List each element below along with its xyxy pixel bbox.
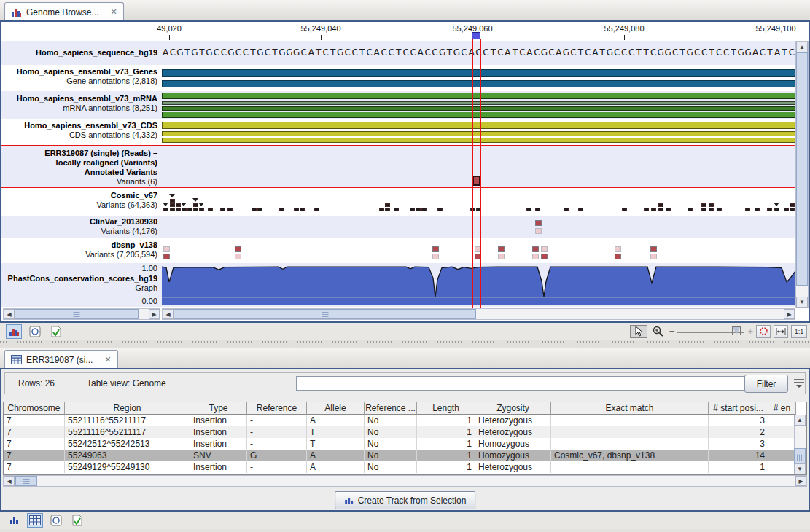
track-subtitle-cds: CDS annotations (4,332) [1, 130, 157, 140]
fit-width-button[interactable] [774, 325, 788, 338]
cosmic-variant-arrow [163, 203, 168, 206]
scrollbar-thumb[interactable] [796, 52, 808, 286]
sequence-base: G [737, 41, 744, 65]
column-header-region[interactable]: Region [65, 402, 190, 415]
table-row[interactable]: 755211116^55211117Insertion-ANo1Heterozy… [4, 415, 796, 426]
cosmic-variant-arrow [192, 198, 198, 202]
track-row-err-variants: ERR319087 (single) (Reads) – locally rea… [1, 145, 809, 188]
close-icon[interactable]: ✕ [110, 7, 117, 17]
scroll-right-icon[interactable]: ▶ [784, 309, 795, 319]
table-cell: No [365, 426, 417, 438]
sequence-base: C [264, 41, 271, 65]
zoom-slider[interactable] [677, 326, 744, 337]
scroll-left-icon[interactable]: ◀ [4, 476, 15, 486]
zoom-to-selection-button[interactable] [756, 325, 771, 338]
table-row[interactable]: 755242512^55242513Insertion-TNo1Homozygo… [4, 438, 796, 450]
advanced-filter-toggle[interactable] [793, 377, 806, 388]
info-view-toggle[interactable] [69, 513, 85, 528]
zoom-in-plus[interactable]: + [747, 326, 753, 337]
cosmic-variant-mark [421, 208, 427, 211]
ruler-tick-mark [624, 35, 625, 40]
scroll-left-icon[interactable]: ◀ [163, 309, 174, 319]
column-header-reference-[interactable]: Reference ... [365, 402, 417, 415]
tracks-horizontal-scrollbar[interactable]: ◀ ▶ [162, 308, 795, 320]
column-header-zygosity[interactable]: Zygosity [475, 402, 551, 415]
zoom-tool-button[interactable] [650, 325, 666, 338]
sequence-base: A [555, 41, 562, 65]
sequence-base: C [388, 41, 395, 65]
scrollbar-thumb[interactable] [15, 476, 37, 486]
cursor-tool-button[interactable] [630, 325, 647, 338]
sequence-base: T [577, 41, 584, 65]
zoom-out-minus[interactable]: − [669, 326, 675, 337]
table-row[interactable]: 755249063SNVGANo1HomozygousCosmic_v67, d… [4, 450, 796, 461]
column-header--en[interactable]: # en [768, 402, 796, 415]
scroll-right-icon[interactable]: ▶ [149, 309, 160, 319]
track-title-phastcons: PhastCons_conservation_scores_hg19 [1, 274, 157, 283]
info-view-toggle[interactable] [48, 324, 64, 339]
table-view-label: Table view: Genome [87, 378, 166, 388]
cosmic-variant-arrow [181, 203, 187, 206]
tab-genome-browser[interactable]: Genome Browse... ✕ [4, 2, 124, 21]
filter-input[interactable] [296, 376, 746, 391]
scrollbar-thumb[interactable] [15, 309, 139, 319]
zoom-100-button[interactable]: 1:1 [791, 325, 807, 338]
filter-button[interactable]: Filter [744, 375, 788, 393]
column-header-exact-match[interactable]: Exact match [551, 402, 709, 415]
history-view-toggle[interactable] [48, 513, 64, 528]
table-cell: 7 [4, 426, 65, 438]
ruler-tick-mark [169, 35, 170, 40]
table-cell: 1 [417, 438, 475, 450]
history-view-toggle[interactable] [27, 324, 43, 339]
cosmic-variant-mark [176, 208, 181, 211]
track-row-cosmic: Cosmic_v67 Variants (64,363) [1, 188, 809, 216]
scrollbar-thumb[interactable] [174, 309, 476, 319]
table-row[interactable]: 755211116^55211117Insertion-TNo1Heterozy… [4, 426, 796, 438]
history-icon [50, 515, 62, 526]
column-header-allele[interactable]: Allele [307, 402, 365, 415]
scroll-left-icon[interactable]: ◀ [4, 309, 15, 319]
panel-splitter[interactable] [0, 340, 810, 348]
clinvar-variant-mark [535, 228, 542, 234]
zoom-slider-handle[interactable] [733, 327, 740, 335]
table-view-toggle[interactable] [27, 513, 43, 528]
zoom-ratio-label: 1:1 [795, 328, 804, 335]
table-cell: 7 [4, 450, 65, 461]
track-title-cds: Homo_sapiens_ensembl_v73_CDS [1, 121, 157, 130]
tracks-vertical-scrollbar[interactable]: ▲ ▼ [795, 41, 809, 308]
scroll-down-icon[interactable]: ▼ [796, 297, 808, 308]
table-cell: 7 [4, 438, 65, 450]
table-row[interactable]: 755249129^55249130Insertion-ANo1Heterozy… [4, 461, 796, 473]
scroll-up-icon[interactable]: ▲ [794, 415, 806, 426]
labels-horizontal-scrollbar[interactable]: ◀ ▶ [3, 308, 160, 320]
sequence-base: G [540, 41, 548, 65]
close-icon[interactable]: ✕ [104, 355, 111, 364]
column-header-reference[interactable]: Reference [247, 402, 307, 415]
position-ruler[interactable]: 49,02055,249,04055,249,06055,249,08055,2… [1, 22, 809, 41]
table-cell: 1 [709, 461, 768, 473]
tab-variant-table[interactable]: ERR319087 (si... ✕ [4, 350, 118, 369]
scroll-up-icon[interactable]: ▲ [796, 42, 808, 52]
table-cell: A [307, 461, 365, 473]
table-cell [551, 461, 709, 473]
table-horizontal-scrollbar[interactable]: ◀ ▶ [3, 475, 807, 487]
dbsnp-variant-mark [541, 246, 548, 252]
create-track-button[interactable]: Create Track from Selection [335, 491, 476, 509]
column-header-type[interactable]: Type [190, 402, 247, 415]
column-header-length[interactable]: Length [417, 402, 475, 415]
scroll-right-icon[interactable]: ▶ [795, 476, 806, 486]
column-header-chromosome[interactable]: Chromosome [4, 402, 65, 415]
table-vertical-scrollbar[interactable]: ▲ ▼ [794, 415, 806, 474]
sequence-base: C [533, 41, 540, 65]
sequence-base: G [657, 41, 664, 65]
table-cell: Heterozygous [475, 415, 551, 426]
column-header--start-posi-[interactable]: # start posi... [709, 402, 768, 415]
table-cell: - [247, 438, 307, 450]
table-cell: Insertion [190, 426, 247, 438]
cosmic-variant-mark [578, 208, 583, 211]
track-view-toggle[interactable] [6, 513, 22, 528]
track-view-toggle[interactable] [6, 324, 22, 339]
sequence-base: A [162, 41, 169, 65]
scroll-down-icon[interactable]: ▼ [794, 463, 806, 474]
table-cell [768, 426, 796, 438]
